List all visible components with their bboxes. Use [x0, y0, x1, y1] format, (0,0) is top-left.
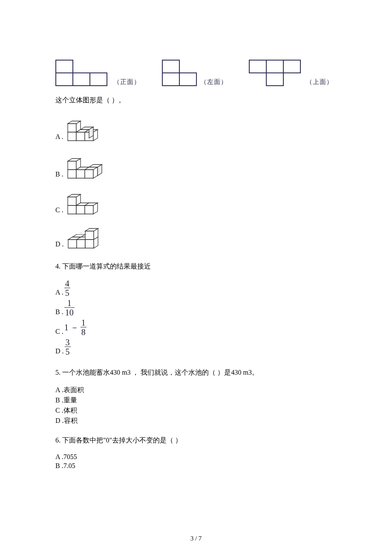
- svg-rect-3: [90, 73, 107, 86]
- view-left-label: （左面）: [200, 78, 228, 86]
- q4-option-b: B . 1 10: [55, 299, 337, 317]
- svg-rect-9: [283, 60, 300, 73]
- fraction-den: 5: [65, 347, 71, 356]
- q6-option-b: B .7.05: [55, 462, 337, 470]
- fraction: 3 5: [65, 338, 71, 356]
- svg-rect-6: [179, 73, 196, 86]
- svg-marker-29: [85, 170, 93, 178]
- q3-option-d: D .: [55, 224, 337, 249]
- fraction-den: 5: [64, 288, 70, 297]
- svg-rect-5: [162, 73, 179, 86]
- q6-option-a: A .7055: [55, 453, 337, 461]
- fraction-num: 1: [66, 299, 72, 307]
- view-top-label: （上面）: [306, 78, 333, 86]
- opt-letter: D .: [55, 240, 64, 249]
- svg-rect-0: [56, 60, 73, 73]
- opt-letter: A .: [55, 289, 63, 297]
- fraction: 4 5: [64, 279, 70, 297]
- q5-stem: 5. 一个水池能蓄水430 m3 ， 我们就说，这个水池的（ ）是430 m3。: [55, 367, 337, 378]
- left-view-shape-icon: [162, 60, 198, 86]
- opt-letter: A .: [55, 133, 63, 142]
- q3-option-c: C .: [55, 188, 337, 215]
- q6-options: A .7055 B .7.05: [55, 453, 337, 470]
- svg-marker-46: [77, 240, 85, 248]
- svg-marker-40: [76, 205, 85, 214]
- svg-marker-50: [85, 231, 94, 240]
- svg-rect-8: [266, 60, 283, 73]
- expression: 1 － 1 8: [64, 318, 86, 336]
- one: 1: [64, 323, 69, 332]
- q5-options: A .表面积 B .重量 C .体积 D .容积: [55, 386, 337, 425]
- cube-figure-c-icon: [65, 188, 104, 215]
- opt-letter: C .: [55, 206, 63, 215]
- fraction-num: 1: [81, 318, 86, 327]
- cube-figure-a-icon: [65, 113, 104, 142]
- svg-marker-41: [85, 205, 93, 214]
- svg-marker-28: [76, 170, 85, 178]
- q6-stem: 6. 下面各数中把"0"去掉大小不变的是（ ）: [55, 435, 337, 446]
- svg-rect-2: [73, 73, 90, 86]
- q3-option-a: A .: [55, 113, 337, 142]
- top-view-shape-icon: [249, 60, 303, 86]
- q5-option-c: C .体积: [55, 406, 337, 415]
- q5-option-d: D .容积: [55, 416, 337, 425]
- q4-option-d: D . 3 5: [55, 338, 337, 356]
- svg-rect-1: [56, 73, 73, 86]
- page-number: 3 / 7: [0, 535, 392, 542]
- q4-stem: 4. 下面哪一道算式的结果最接近: [55, 261, 337, 272]
- q4-option-a: A . 4 5: [55, 279, 337, 297]
- svg-marker-23: [68, 161, 76, 170]
- q3-stem: 这个立体图形是（ ）。: [55, 95, 337, 106]
- view-front-label: （正面）: [113, 78, 141, 86]
- opt-letter: D .: [55, 347, 64, 356]
- fraction: 1 10: [64, 299, 75, 317]
- svg-marker-11: [68, 124, 76, 132]
- fraction-den: 8: [81, 327, 86, 336]
- fraction: 1 8: [81, 318, 86, 336]
- opt-letter: C .: [55, 328, 63, 336]
- cube-figure-b-icon: [65, 151, 107, 179]
- q5-option-b: B .重量: [55, 396, 337, 405]
- svg-marker-45: [68, 240, 77, 248]
- minus-sign: －: [70, 322, 79, 333]
- front-view-shape-icon: [55, 60, 111, 86]
- svg-rect-7: [249, 60, 266, 73]
- fraction-den: 10: [64, 307, 75, 317]
- svg-marker-24: [68, 170, 76, 178]
- fraction-num: 4: [64, 279, 70, 288]
- opt-letter: B .: [55, 308, 63, 317]
- svg-marker-51: [85, 240, 94, 248]
- svg-marker-12: [68, 132, 76, 141]
- view-left: （左面）: [162, 60, 228, 86]
- cube-figure-d-icon: [66, 224, 103, 249]
- q3-option-b: B .: [55, 151, 337, 179]
- fraction-num: 3: [65, 338, 71, 347]
- page: （正面） （左面） （上面） 这: [0, 0, 392, 555]
- svg-rect-10: [266, 73, 283, 86]
- svg-rect-4: [162, 60, 179, 73]
- svg-marker-55: [72, 234, 85, 237]
- svg-marker-16: [76, 132, 85, 141]
- svg-marker-56: [77, 232, 85, 234]
- q5-option-a: A .表面积: [55, 386, 337, 395]
- q4-option-c: C . 1 － 1 8: [55, 318, 337, 336]
- svg-marker-36: [68, 205, 76, 214]
- svg-marker-35: [68, 197, 76, 205]
- view-front: （正面）: [55, 60, 141, 86]
- opt-letter: B .: [55, 171, 63, 179]
- view-top: （上面）: [249, 60, 333, 86]
- views-row: （正面） （左面） （上面）: [55, 60, 337, 86]
